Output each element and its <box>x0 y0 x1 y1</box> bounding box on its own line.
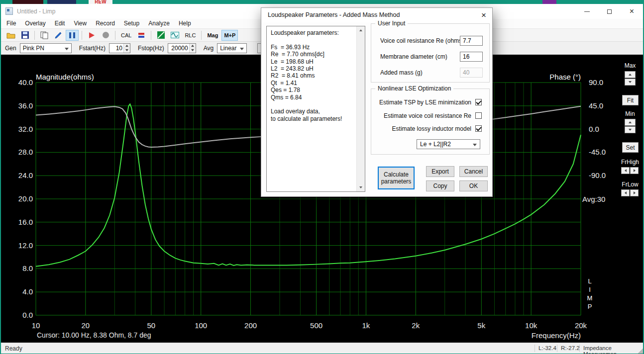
zoom-control-strip: Max Fit Min Set FrHigh FrLow <box>617 55 643 343</box>
dialog-close-button[interactable]: × <box>475 8 492 22</box>
fstop-input[interactable] <box>168 44 189 53</box>
up-arrow-icon <box>629 121 632 123</box>
menu-edit[interactable]: Edit <box>50 19 70 28</box>
fstop-stepper <box>168 43 196 53</box>
pause-button[interactable] <box>66 30 79 41</box>
y-left-tick-label: 0.0 <box>8 311 33 319</box>
fstop-down-button[interactable] <box>190 48 196 53</box>
frlow-right-button[interactable] <box>630 189 639 196</box>
min-stepper <box>625 119 636 134</box>
estimate-tsp-checkbox[interactable] <box>475 99 482 105</box>
min-down-button[interactable] <box>625 126 636 133</box>
magnitude-phase-view-button[interactable]: M+P <box>221 30 238 41</box>
averaging-select[interactable]: Linear <box>217 43 247 53</box>
overlay-icon <box>138 32 145 39</box>
left-arrow-icon <box>625 169 627 172</box>
parameters-listbox[interactable]: Loudspeaker parameters: Fs = 36.93 Hz Re… <box>266 26 365 192</box>
open-button[interactable] <box>4 30 17 41</box>
export-button[interactable]: Export <box>426 166 454 177</box>
status-bar: Ready L:-32.4 R:-27.2 Impedance Measurem… <box>1 343 643 354</box>
background-window-rew: REW <box>89 0 112 4</box>
min-up-button[interactable] <box>625 119 636 126</box>
max-down-button[interactable] <box>625 79 636 86</box>
down-arrow-icon <box>629 129 632 131</box>
estimate-lossy-checkbox[interactable] <box>475 125 482 132</box>
x-axis-title: Frequency(Hz) <box>519 331 581 340</box>
max-label: Max <box>617 62 643 69</box>
record-button[interactable] <box>99 30 112 41</box>
cancel-button[interactable]: Cancel <box>459 166 488 177</box>
frhigh-left-button[interactable] <box>621 167 630 174</box>
x-tick-label: 100 <box>186 321 216 330</box>
up-arrow-icon <box>125 45 128 47</box>
listbox-scrollbar[interactable] <box>356 26 365 191</box>
maximize-icon <box>607 9 612 14</box>
menu-record[interactable]: Record <box>91 19 119 28</box>
y-right-tick-label: -90.0 <box>589 171 616 179</box>
membrane-diameter-input[interactable] <box>460 52 483 62</box>
calculate-parameters-button[interactable]: Calculate parameters <box>378 167 415 189</box>
x-tick-label: 1k <box>351 321 381 330</box>
up-arrow-icon <box>629 74 632 76</box>
up-arrow-icon <box>359 29 362 31</box>
listbox-line: L2 = 243.82 uH <box>271 65 353 72</box>
x-tick-label: 200 <box>236 321 266 330</box>
estimate-lossy-label: Estimate lossy inductor model <box>377 125 471 132</box>
fit-button[interactable]: Fit <box>622 95 639 105</box>
menu-file[interactable]: File <box>2 19 20 28</box>
minimize-button[interactable] <box>576 4 598 19</box>
close-button[interactable]: × <box>621 4 643 19</box>
overlay-button[interactable] <box>135 30 148 41</box>
x-tick-label: 2k <box>401 321 430 330</box>
max-up-button[interactable] <box>625 71 636 78</box>
scroll-up-button[interactable] <box>357 26 365 34</box>
status-left-level: L:-32.4 <box>538 345 556 351</box>
fstart-down-button[interactable] <box>124 48 130 53</box>
listbox-line: Le = 198.68 uH <box>271 58 353 65</box>
copy-button[interactable] <box>38 30 51 41</box>
listbox-line: Qms = 6.84 <box>271 94 353 101</box>
generator-type-select[interactable]: Pink PN <box>20 43 72 53</box>
save-button[interactable] <box>18 30 31 41</box>
listbox-line: R2 = 8.41 ohms <box>271 72 353 79</box>
menu-help[interactable]: Help <box>174 19 196 28</box>
set-button[interactable]: Set <box>622 142 639 153</box>
menu-view[interactable]: View <box>69 19 91 28</box>
menu-overlay[interactable]: Overlay <box>20 19 50 28</box>
maximize-button[interactable] <box>598 4 621 19</box>
added-mass-label: Added mass (g) <box>380 68 423 78</box>
open-folder-icon <box>6 32 15 39</box>
calibrate-button[interactable]: CAL <box>118 30 134 41</box>
background-window-fragment <box>542 0 556 4</box>
fstop-up-button[interactable] <box>190 44 196 49</box>
re-input[interactable] <box>460 36 483 46</box>
signal-generator-button[interactable] <box>168 30 181 41</box>
inductor-model-select[interactable]: Le + L2||R2 <box>417 139 480 149</box>
x-tick-label: 20k <box>566 321 596 330</box>
copy-button[interactable]: Copy <box>426 180 454 191</box>
frhigh-right-button[interactable] <box>630 167 639 174</box>
menu-setup[interactable]: Setup <box>119 19 144 28</box>
rlc-button[interactable]: RLC <box>182 30 198 41</box>
background-window-fragment <box>12 0 43 4</box>
status-separator <box>579 345 580 352</box>
magnitude-view-button[interactable]: Mag <box>205 30 220 41</box>
scroll-down-button[interactable] <box>357 183 365 191</box>
spectrum-button[interactable] <box>154 30 167 41</box>
resize-grip[interactable] <box>637 348 643 354</box>
fstart-up-button[interactable] <box>124 44 130 49</box>
frlow-left-button[interactable] <box>621 189 630 196</box>
listbox-line: Loudspeaker parameters: <box>271 29 353 36</box>
y-left-tick-label: 20.0 <box>8 194 33 203</box>
fstart-input[interactable] <box>109 44 123 53</box>
ok-button[interactable]: OK <box>459 180 488 191</box>
menu-analyze[interactable]: Analyze <box>144 19 174 28</box>
minimize-icon <box>584 11 590 12</box>
y-left-tick-label: 36.0 <box>8 101 33 110</box>
edit-pen-button[interactable] <box>52 30 65 41</box>
estimate-re-checkbox[interactable] <box>475 112 482 119</box>
play-button[interactable] <box>85 30 98 41</box>
x-tick-label: 10 <box>21 321 51 330</box>
listbox-line: Qes = 1.78 <box>271 87 353 93</box>
status-mode: Impedance Measuremen <box>583 345 643 354</box>
